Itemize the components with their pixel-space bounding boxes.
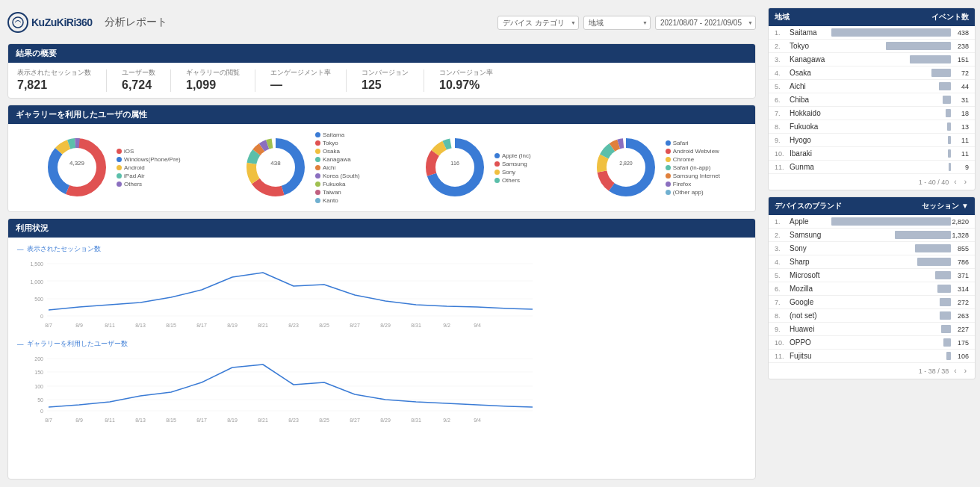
region-table-body: 1. Saitama 438 2. Tokyo 238 3. Kanagawa … <box>769 26 975 174</box>
gallery-panel: ギャラリーを利用したユーザの属性 4,329 <box>7 105 756 212</box>
region-prev-btn[interactable]: ‹ <box>952 177 958 187</box>
metric-sessions: 表示されたセッション数 7,821 <box>17 69 91 92</box>
row-name: Google <box>790 298 946 306</box>
row-num: 10. <box>775 150 790 158</box>
table-row: 5. Microsoft 371 <box>769 269 975 282</box>
device-next-btn[interactable]: › <box>962 366 969 376</box>
legend-item: Kanto <box>315 197 360 204</box>
usage-panel: 利用状況 表示されたセッション数 1,500 1,000 500 0 <box>7 218 756 480</box>
device-table-header: デバイスのブランド セッション ▼ <box>769 197 975 215</box>
svg-text:8/31: 8/31 <box>411 323 421 328</box>
row-num: 6. <box>775 96 790 104</box>
svg-text:8/23: 8/23 <box>288 418 299 423</box>
chart-1-legend: iOS Windows(Phone/Pre) Android iPad Air … <box>117 148 181 187</box>
row-num: 8. <box>775 123 790 131</box>
svg-text:8/27: 8/27 <box>350 323 360 328</box>
row-bar <box>910 55 951 63</box>
row-num: 1. <box>775 218 790 226</box>
row-num: 11. <box>775 353 790 360</box>
table-row: 6. Chiba 31 <box>769 93 975 107</box>
svg-text:8/17: 8/17 <box>196 323 207 328</box>
row-value: 11 <box>946 150 969 158</box>
table-row: 2. Samsung 1,328 <box>769 229 975 242</box>
device-prev-btn[interactable]: ‹ <box>952 366 958 376</box>
legend-item: (Other app) <box>666 189 720 196</box>
metric-users: ユーザー数 6,724 <box>122 69 155 92</box>
svg-text:8/7: 8/7 <box>45 323 52 328</box>
region-table-panel: 地域 イベント数 1. Saitama 438 2. Tokyo 238 3. … <box>768 7 976 190</box>
row-num: 9. <box>775 137 790 144</box>
svg-text:8/29: 8/29 <box>380 418 391 423</box>
svg-text:8/25: 8/25 <box>319 418 329 423</box>
device-category-filter[interactable]: デバイス カテゴリ <box>497 16 579 30</box>
legend-item: iOS <box>117 148 181 155</box>
metric-engagement: エンゲージメント率 — <box>270 69 331 92</box>
logo-text: KuZuKiRi360 <box>31 16 93 28</box>
legend-item: Tokyo <box>315 140 360 146</box>
page-title: 分析レポート <box>105 16 167 29</box>
svg-text:8/19: 8/19 <box>227 418 238 423</box>
usage-header: 利用状況 <box>8 219 755 238</box>
svg-text:50: 50 <box>37 397 43 403</box>
table-row: 3. Kanagawa 151 <box>769 53 975 66</box>
legend-item: Firefox <box>666 181 720 187</box>
svg-text:9/4: 9/4 <box>474 418 481 423</box>
metric-conversion: コンバージョン 125 <box>362 69 409 92</box>
chart-title-gallery-users: ギャラリーを利用したユーザー数 <box>17 340 746 349</box>
legend-item: Osaka <box>315 148 360 155</box>
date-filter-wrapper: 2021/08/07 - 2021/09/05 <box>655 16 756 30</box>
device-table-panel: デバイスのブランド セッション ▼ 1. Apple 2,820 2. Sams… <box>768 196 976 379</box>
legend-item: Others <box>494 177 531 184</box>
row-value: 175 <box>946 339 969 347</box>
region-table-footer: 1 - 40 / 40 ‹ › <box>769 174 975 190</box>
chart-title-sessions: 表示されたセッション数 <box>17 245 746 254</box>
svg-text:8/21: 8/21 <box>258 418 268 423</box>
row-bar <box>895 231 951 239</box>
table-row: 9. Hyogo 11 <box>769 134 975 147</box>
legend-item: Samsung Internet <box>666 173 720 179</box>
region-filter[interactable]: 地域 <box>583 16 651 30</box>
svg-point-15 <box>256 148 295 187</box>
svg-text:2,820: 2,820 <box>619 161 633 166</box>
table-row: 6. Mozilla 314 <box>769 282 975 296</box>
row-num: 10. <box>775 339 790 347</box>
chart-3-legend: Apple (Inc) Samsung Sony Others <box>494 152 531 184</box>
table-row: 4. Sharp 786 <box>769 255 975 269</box>
legend-item: Kanagawa <box>315 156 360 163</box>
row-num: 3. <box>775 245 790 252</box>
row-name: OPPO <box>790 338 946 347</box>
legend-item: Android Webview <box>666 148 720 155</box>
row-name: Fujitsu <box>790 352 946 360</box>
row-name: Aichi <box>790 82 946 90</box>
row-num: 4. <box>775 69 790 77</box>
row-value: 786 <box>946 258 969 266</box>
row-num: 4. <box>775 258 790 266</box>
row-name: (not set) <box>790 311 946 320</box>
region-next-btn[interactable]: › <box>962 177 969 187</box>
device-table-footer: 1 - 38 / 38 ‹ › <box>769 363 975 379</box>
legend-item: Safari (in-app) <box>666 164 720 171</box>
svg-point-29 <box>607 148 645 187</box>
region-filter-wrapper: 地域 <box>583 16 651 30</box>
svg-text:1,500: 1,500 <box>30 261 43 267</box>
header: KuZuKiRi360 分析レポート デバイス カテゴリ 地域 2021/08/… <box>7 7 756 37</box>
svg-text:8/11: 8/11 <box>105 323 115 328</box>
row-value: 263 <box>946 312 969 320</box>
row-num: 9. <box>775 326 790 333</box>
row-value: 2,820 <box>946 218 969 226</box>
gallery-header: ギャラリーを利用したユーザの属性 <box>8 105 755 124</box>
row-value: 438 <box>946 29 969 37</box>
line-chart-gallery-users: ギャラリーを利用したユーザー数 200 150 100 50 0 <box>17 340 746 427</box>
svg-text:8/29: 8/29 <box>380 323 391 328</box>
divider-1 <box>106 69 107 92</box>
table-row: 10. Ibaraki 11 <box>769 147 975 161</box>
summary-panel: 結果の概要 表示されたセッション数 7,821 ユーザー数 6,724 ギャラリ… <box>7 43 756 99</box>
row-num: 3. <box>775 56 790 63</box>
svg-text:8/9: 8/9 <box>75 418 83 423</box>
table-row: 1. Saitama 438 <box>769 26 975 40</box>
date-range-filter[interactable]: 2021/08/07 - 2021/09/05 <box>655 16 756 30</box>
summary-body: 表示されたセッション数 7,821 ユーザー数 6,724 ギャラリーの閲覧 1… <box>8 63 755 98</box>
chart-2-legend: Saitama Tokyo Osaka Kanagawa Aichi Korea… <box>315 131 360 204</box>
charts-body: 4,329 iOS Windows(Phone/Pre) Android iPa… <box>8 124 755 211</box>
table-row: 11. Gunma 9 <box>769 161 975 174</box>
